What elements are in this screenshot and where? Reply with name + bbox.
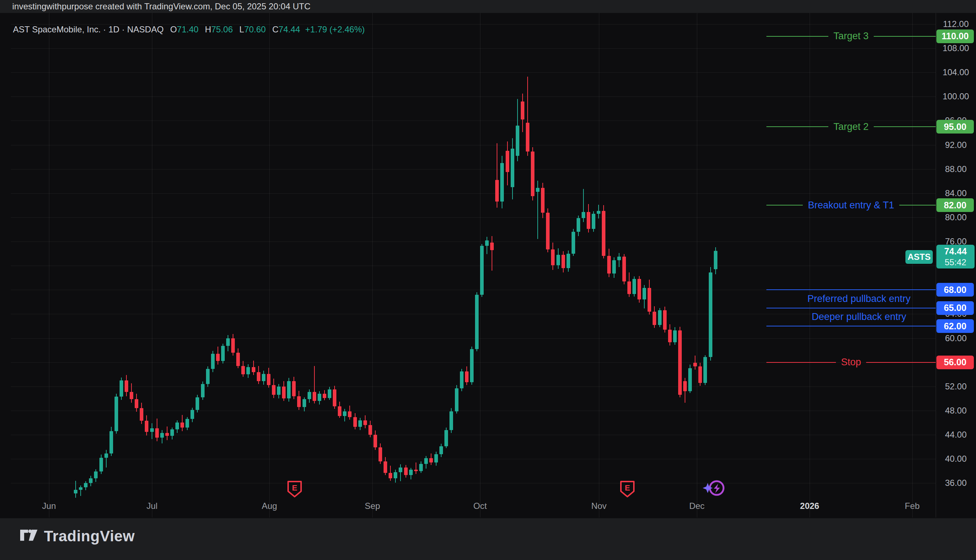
candle[interactable] bbox=[99, 458, 103, 472]
candle[interactable] bbox=[424, 458, 428, 463]
candle[interactable] bbox=[516, 126, 519, 156]
candle[interactable] bbox=[287, 381, 291, 399]
level-line[interactable] bbox=[766, 308, 936, 308]
candle[interactable] bbox=[130, 392, 133, 399]
symbol-legend[interactable]: AST SpaceMobile, Inc. · 1D · NASDAQO71.4… bbox=[13, 25, 365, 35]
candle[interactable] bbox=[714, 251, 717, 269]
level-label[interactable]: Preferred pullback entry bbox=[807, 293, 911, 304]
candle-wick[interactable] bbox=[491, 236, 492, 271]
candle[interactable] bbox=[450, 412, 453, 430]
candle[interactable] bbox=[668, 330, 672, 342]
candle[interactable] bbox=[135, 399, 138, 408]
candle[interactable] bbox=[683, 381, 687, 392]
candle[interactable] bbox=[236, 353, 240, 366]
candle[interactable] bbox=[241, 366, 245, 374]
candle[interactable] bbox=[429, 458, 433, 462]
level-price-badge[interactable]: 110.00 bbox=[936, 30, 974, 43]
candle[interactable] bbox=[551, 249, 555, 265]
current-price-badge[interactable]: 74.4455:42 bbox=[936, 245, 974, 268]
candle[interactable] bbox=[211, 354, 215, 369]
candle[interactable] bbox=[709, 272, 712, 357]
candle[interactable] bbox=[663, 310, 667, 330]
earnings-icon[interactable]: E bbox=[287, 480, 302, 500]
candle[interactable] bbox=[688, 368, 692, 391]
candle[interactable] bbox=[196, 397, 199, 410]
candle[interactable] bbox=[648, 288, 651, 311]
candle[interactable] bbox=[587, 212, 590, 229]
candle[interactable] bbox=[536, 188, 540, 192]
candle[interactable] bbox=[567, 254, 570, 268]
candle[interactable] bbox=[414, 470, 418, 471]
candle[interactable] bbox=[94, 472, 98, 478]
tradingview-logo[interactable]: TradingView bbox=[20, 528, 135, 545]
candle[interactable] bbox=[622, 257, 626, 282]
level-line-row[interactable]: Target 3 bbox=[766, 29, 936, 43]
candle[interactable] bbox=[597, 211, 600, 214]
candle[interactable] bbox=[145, 421, 149, 432]
candle[interactable] bbox=[175, 423, 179, 429]
price-axis-border[interactable] bbox=[936, 13, 936, 518]
candle[interactable] bbox=[409, 470, 413, 475]
candle[interactable] bbox=[557, 255, 560, 265]
candle[interactable] bbox=[379, 447, 382, 462]
level-price-badge[interactable]: 56.00 bbox=[936, 356, 974, 369]
candle[interactable] bbox=[541, 188, 545, 213]
level-line[interactable] bbox=[766, 289, 936, 290]
level-line-segment[interactable] bbox=[899, 205, 936, 205]
symbol-title[interactable]: AST SpaceMobile, Inc. · 1D · NASDAQ bbox=[13, 25, 164, 34]
candle-wick[interactable] bbox=[75, 481, 76, 498]
candle[interactable] bbox=[277, 387, 281, 395]
candle[interactable] bbox=[150, 428, 154, 432]
candle[interactable] bbox=[693, 363, 697, 367]
candle[interactable] bbox=[74, 490, 77, 493]
candle[interactable] bbox=[490, 243, 494, 250]
level-label[interactable]: Breakout entry & T1 bbox=[803, 200, 899, 211]
candle[interactable] bbox=[186, 419, 189, 427]
candle[interactable] bbox=[435, 454, 438, 462]
candle[interactable] bbox=[328, 389, 331, 398]
candle-wick[interactable] bbox=[106, 450, 107, 468]
candle[interactable] bbox=[231, 338, 235, 353]
candle[interactable] bbox=[333, 389, 336, 406]
candle[interactable] bbox=[125, 380, 128, 392]
candle[interactable] bbox=[308, 392, 311, 399]
candle[interactable] bbox=[206, 369, 210, 384]
candle[interactable] bbox=[592, 214, 595, 229]
candle[interactable] bbox=[155, 428, 159, 438]
candle[interactable] bbox=[485, 240, 489, 246]
candle[interactable] bbox=[302, 399, 306, 407]
candle[interactable] bbox=[500, 163, 504, 202]
candle[interactable] bbox=[642, 288, 646, 300]
candle[interactable] bbox=[526, 123, 530, 152]
level-price-badge[interactable]: 62.00 bbox=[936, 319, 974, 333]
candle[interactable] bbox=[343, 412, 346, 416]
candle[interactable] bbox=[373, 435, 377, 447]
level-label[interactable]: Target 3 bbox=[828, 31, 874, 42]
level-line-segment[interactable] bbox=[766, 36, 828, 37]
candle[interactable] bbox=[572, 232, 575, 253]
level-line-segment[interactable] bbox=[766, 362, 836, 363]
candle[interactable] bbox=[394, 472, 397, 478]
level-line[interactable] bbox=[766, 326, 936, 327]
candle[interactable] bbox=[419, 464, 423, 471]
candle[interactable] bbox=[165, 433, 169, 436]
candle[interactable] bbox=[272, 385, 276, 395]
earnings-icon[interactable]: E bbox=[620, 480, 635, 500]
candle[interactable] bbox=[252, 367, 255, 372]
candle[interactable] bbox=[521, 102, 525, 120]
candle[interactable] bbox=[160, 433, 164, 438]
candle[interactable] bbox=[318, 394, 321, 401]
level-label[interactable]: Stop bbox=[836, 357, 866, 368]
candle[interactable] bbox=[511, 148, 514, 187]
candle[interactable] bbox=[292, 381, 296, 396]
level-label[interactable]: Target 2 bbox=[828, 121, 874, 132]
level-line-row[interactable]: Stop bbox=[766, 355, 936, 370]
candle[interactable] bbox=[607, 256, 611, 273]
candle[interactable] bbox=[612, 260, 616, 273]
level-price-badge[interactable]: 95.00 bbox=[936, 120, 974, 133]
candle[interactable] bbox=[673, 330, 677, 343]
lightning-event-icon[interactable] bbox=[702, 479, 727, 500]
candle[interactable] bbox=[678, 330, 682, 395]
candle[interactable] bbox=[465, 372, 468, 382]
candle[interactable] bbox=[257, 372, 261, 381]
